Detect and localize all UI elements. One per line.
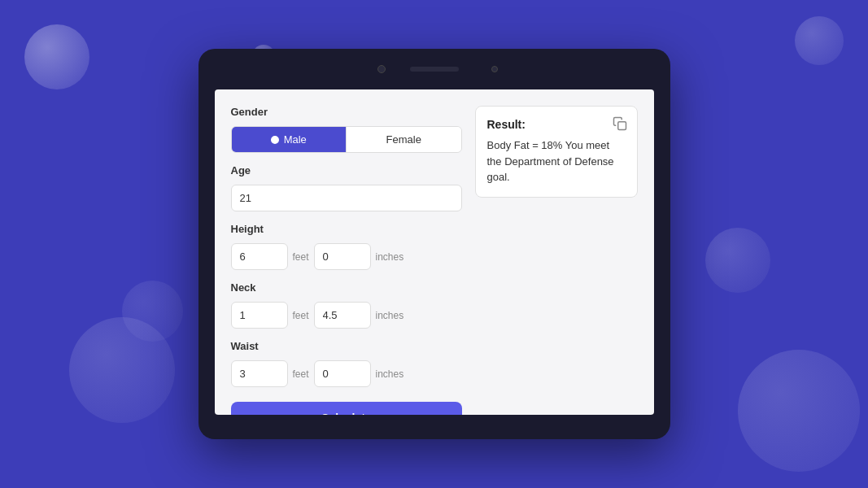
waist-feet-unit: feet [293, 368, 309, 380]
waist-measurement-row: feet inches [231, 360, 462, 387]
camera-left [377, 65, 386, 73]
result-panel: Result: Body Fat = 18% You meet the Depa… [475, 106, 638, 198]
decorative-bubble-5 [122, 281, 183, 342]
speaker [410, 67, 459, 72]
waist-section: Waist feet inches [231, 340, 462, 387]
height-section: Height feet inches [231, 223, 462, 270]
waist-label: Waist [231, 340, 462, 352]
decorative-bubble-1 [24, 24, 89, 89]
height-inches-input[interactable] [314, 243, 371, 270]
neck-label: Neck [231, 281, 462, 294]
tablet-device: Gender Male Female Age [198, 49, 670, 439]
svg-rect-0 [617, 122, 626, 130]
age-label: Age [231, 164, 462, 176]
height-inches-unit: inches [376, 251, 404, 263]
neck-measurement-row: feet inches [231, 302, 462, 329]
gender-option-female[interactable]: Female [346, 127, 461, 152]
form-panel: Gender Male Female Age [231, 106, 462, 399]
age-section: Age [231, 164, 462, 211]
result-title: Result: [487, 118, 626, 131]
neck-inches-input[interactable] [314, 302, 371, 329]
waist-inches-unit: inches [376, 368, 404, 380]
neck-feet-input[interactable] [231, 302, 288, 329]
waist-inches-input[interactable] [314, 360, 371, 387]
gender-section: Gender Male Female [231, 106, 462, 153]
height-feet-unit: feet [293, 251, 309, 263]
neck-inches-unit: inches [376, 310, 404, 321]
tablet-screen: Gender Male Female Age [215, 89, 654, 415]
height-label: Height [231, 223, 462, 235]
decorative-bubble-3 [795, 16, 844, 65]
gender-female-label: Female [386, 133, 421, 146]
gender-option-male[interactable]: Male [232, 127, 347, 152]
height-measurement-row: feet inches [231, 243, 462, 270]
tablet-top-bar [198, 49, 670, 89]
copy-icon[interactable] [613, 116, 627, 131]
camera-right [491, 66, 498, 72]
gender-label: Gender [231, 106, 462, 118]
result-text: Body Fat = 18% You meet the Department o… [487, 137, 626, 185]
radio-dot-male [271, 136, 279, 144]
age-input[interactable] [231, 185, 462, 211]
neck-feet-unit: feet [293, 310, 309, 321]
waist-feet-input[interactable] [231, 360, 288, 387]
calculate-button[interactable]: Calculate [231, 402, 462, 415]
neck-section: Neck feet inches [231, 281, 462, 329]
height-feet-input[interactable] [231, 243, 288, 270]
gender-options: Male Female [231, 126, 462, 153]
decorative-bubble-7 [705, 228, 770, 293]
decorative-bubble-6 [738, 350, 860, 472]
gender-male-label: Male [284, 133, 307, 146]
